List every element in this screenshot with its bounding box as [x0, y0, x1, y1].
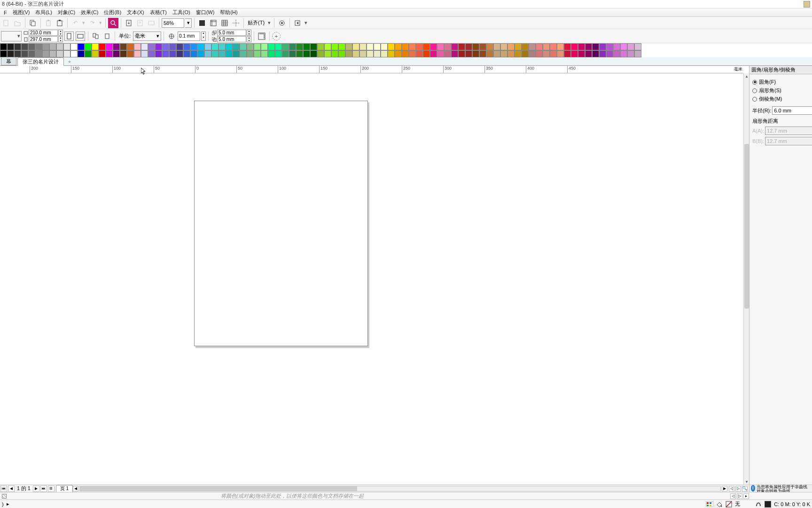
color-swatch[interactable]	[63, 43, 70, 50]
color-swatch[interactable]	[409, 43, 416, 50]
color-swatch[interactable]	[120, 50, 127, 57]
no-color-swatch[interactable]	[2, 494, 7, 499]
palette-menu[interactable]: ▸	[743, 493, 749, 499]
color-swatch[interactable]	[303, 43, 310, 50]
color-swatch[interactable]	[557, 50, 564, 57]
page-height-input[interactable]	[29, 36, 58, 42]
color-swatch[interactable]	[254, 50, 261, 57]
menu-bitmap[interactable]: 位图(B)	[101, 9, 124, 16]
color-swatch[interactable]	[92, 50, 99, 57]
color-swatch[interactable]	[49, 50, 56, 57]
color-swatch[interactable]	[352, 43, 359, 50]
color-swatch[interactable]	[120, 43, 127, 50]
color-swatch[interactable]	[35, 50, 42, 57]
color-swatch[interactable]	[585, 50, 592, 57]
color-swatch[interactable]	[106, 43, 113, 50]
color-swatch[interactable]	[155, 50, 162, 57]
show-guides-button[interactable]	[231, 18, 241, 28]
redo-button[interactable]: ↷	[87, 18, 97, 28]
color-swatch[interactable]	[409, 50, 416, 57]
color-swatch[interactable]	[592, 43, 599, 50]
color-swatch[interactable]	[78, 50, 85, 57]
proof-icon[interactable]	[706, 501, 713, 507]
color-swatch[interactable]	[310, 43, 317, 50]
outline-icon[interactable]	[755, 501, 762, 508]
color-swatch[interactable]	[627, 43, 634, 50]
color-swatch[interactable]	[247, 43, 254, 50]
color-swatch[interactable]	[99, 50, 106, 57]
publish-button[interactable]	[146, 18, 156, 28]
canvas[interactable]	[0, 73, 743, 484]
dup-x-spin[interactable]: ▲▼	[247, 30, 251, 36]
color-swatch[interactable]	[190, 43, 197, 50]
color-swatch[interactable]	[211, 50, 219, 57]
radio-fillet[interactable]	[752, 80, 757, 85]
palette-right[interactable]: ▷	[737, 493, 742, 499]
add-page-button[interactable]: ⊞	[48, 485, 55, 492]
color-swatch[interactable]	[388, 50, 395, 57]
color-swatch[interactable]	[374, 43, 381, 50]
nudge-spin[interactable]: ▲▼	[201, 32, 206, 41]
options-button[interactable]	[277, 18, 287, 28]
color-swatch[interactable]	[233, 43, 240, 50]
color-swatch[interactable]	[183, 50, 190, 57]
vscroll-thumb[interactable]	[744, 144, 749, 309]
export-button[interactable]	[135, 18, 145, 28]
add-tab-button[interactable]: +	[65, 58, 74, 65]
color-swatch[interactable]	[310, 50, 317, 57]
color-swatch[interactable]	[176, 50, 183, 57]
menu-window[interactable]: 窗口(W)	[193, 9, 218, 16]
color-swatch[interactable]	[324, 50, 331, 57]
color-swatch[interactable]	[529, 43, 536, 50]
search-button[interactable]	[108, 18, 118, 28]
color-swatch[interactable]	[254, 43, 261, 50]
color-swatch[interactable]	[345, 50, 352, 57]
color-swatch[interactable]	[162, 50, 169, 57]
color-swatch[interactable]	[106, 50, 113, 57]
color-swatch[interactable]	[289, 50, 296, 57]
color-swatch[interactable]	[585, 43, 592, 50]
color-swatch[interactable]	[606, 50, 613, 57]
color-swatch[interactable]	[240, 50, 247, 57]
color-swatch[interactable]	[430, 43, 437, 50]
color-swatch[interactable]	[416, 43, 423, 50]
color-swatch[interactable]	[444, 43, 451, 50]
color-swatch[interactable]	[479, 43, 486, 50]
dup-y-input[interactable]	[217, 36, 246, 42]
color-swatch[interactable]	[338, 43, 345, 50]
color-swatch[interactable]	[247, 50, 254, 57]
color-swatch[interactable]	[367, 50, 374, 57]
menu-help[interactable]: 帮助(H)	[217, 9, 240, 16]
color-swatch[interactable]	[141, 50, 148, 57]
clipboard-button[interactable]	[55, 18, 65, 28]
color-swatch[interactable]	[402, 50, 409, 57]
color-swatch[interactable]	[42, 43, 49, 50]
doc-tab-2[interactable]: 张三的名片设计	[17, 57, 64, 66]
color-swatch[interactable]	[627, 50, 634, 57]
color-swatch[interactable]	[190, 50, 197, 57]
color-swatch[interactable]	[183, 43, 190, 50]
color-swatch[interactable]	[564, 43, 571, 50]
menu-layout[interactable]: 布局(L)	[32, 9, 55, 16]
doc-tab-1[interactable]: 幕	[1, 57, 16, 65]
color-swatch[interactable]	[219, 43, 226, 50]
color-swatch[interactable]	[211, 43, 219, 50]
color-swatch[interactable]	[204, 43, 211, 50]
color-swatch[interactable]	[21, 50, 28, 57]
color-swatch[interactable]	[374, 50, 381, 57]
color-swatch[interactable]	[486, 50, 493, 57]
color-swatch[interactable]	[56, 43, 63, 50]
color-swatch[interactable]	[592, 50, 599, 57]
color-swatch[interactable]	[176, 43, 183, 50]
color-swatch[interactable]	[49, 43, 56, 50]
radio-scallop[interactable]	[752, 88, 757, 93]
menu-effects[interactable]: 效果(C)	[78, 9, 101, 16]
color-swatch[interactable]	[578, 50, 585, 57]
color-swatch[interactable]	[169, 50, 176, 57]
color-swatch[interactable]	[42, 50, 49, 57]
color-swatch[interactable]	[458, 50, 465, 57]
radius-input[interactable]	[772, 106, 812, 115]
color-swatch[interactable]	[599, 50, 606, 57]
page-width-input[interactable]	[29, 30, 58, 36]
show-rulers-button[interactable]	[208, 18, 219, 28]
